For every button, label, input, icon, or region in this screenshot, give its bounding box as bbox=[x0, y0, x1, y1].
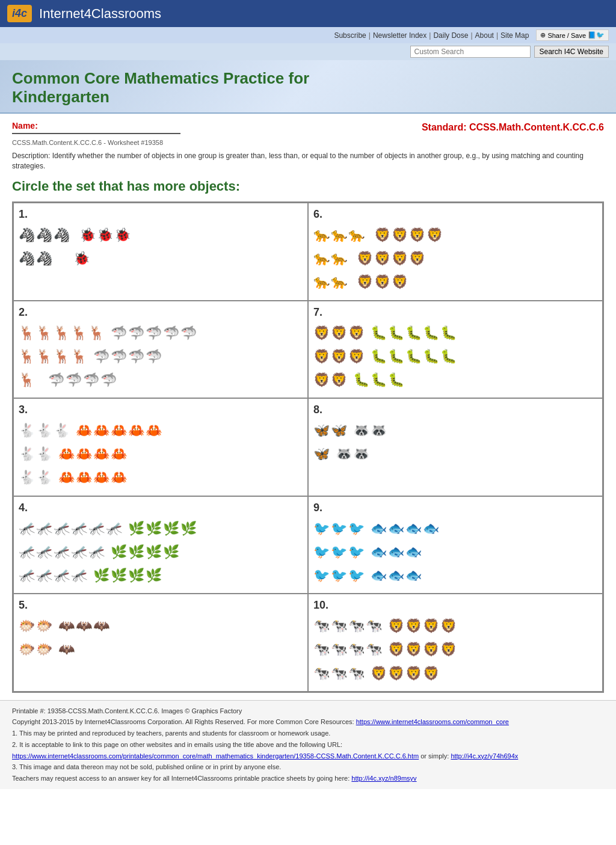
search-input[interactable] bbox=[410, 46, 531, 58]
problem-5-content: 🐡🐡 🦇🦇🦇 🐡🐡 🦇 bbox=[19, 615, 303, 660]
problem-4-row1: 🦟🦟🦟🦟🦟🦟 🌿🌿🌿🌿 bbox=[19, 518, 303, 539]
problem-6-number: 6. bbox=[313, 208, 597, 221]
problem-4-content: 🦟🦟🦟🦟🦟🦟 🌿🌿🌿🌿 🦟🦟🦟🦟🦟 🌿🌿🌿🌿 🦟🦟🦟🦟 🌿� bbox=[19, 518, 303, 586]
worksheet-meta: Name: CCSS.Math.Content.K.CC.C.6 - Works… bbox=[12, 121, 604, 146]
footer-printable: Printable #: 19358-CCSS.Math.Content.K.C… bbox=[12, 705, 604, 717]
problem-1-number: 1. bbox=[19, 208, 303, 221]
problem-8: 8. 🦋🦋 🦝🦝 🦋 🦝🦝 bbox=[308, 398, 603, 496]
problem-2-content: 🦌🦌🦌🦌🦌 🦈🦈🦈🦈🦈 🦌🦌🦌🦌 🦈🦈🦈🦈 🦌 🦈🦈🦈🦈 bbox=[19, 322, 303, 391]
problem-5: 5. 🐡🐡 🦇🦇🦇 🐡🐡 🦇 bbox=[13, 594, 308, 692]
name-label: Name: bbox=[12, 121, 38, 131]
grid-row-1: 1. 🦓🦓🦓 🐞🐞🐞 🦓🦓 🐞 6. bbox=[13, 203, 603, 301]
problem-10-row1: 🐄🐄🐄🐄 🦁🦁🦁🦁 bbox=[313, 615, 597, 636]
instruction-text: Circle the set that has more objects: bbox=[12, 179, 604, 194]
problem-3-row3: 🐇🐇 🦀🦀🦀🦀 bbox=[19, 467, 303, 488]
problem-9-content: 🐦🐦🐦 🐟🐟🐟🐟 🐦🐦🐦 🐟🐟🐟 🐦🐦🐦 🐟🐟🐟 bbox=[313, 518, 597, 586]
footer-note2: 2. It is acceptable to link to this page… bbox=[12, 739, 604, 751]
problem-3-content: 🐇🐇🐇 🦀🦀🦀🦀🦀 🐇🐇 🦀🦀🦀🦀 🐇🐇 🦀🦀🦀🦀 bbox=[19, 420, 303, 488]
footer-note3: 3. This image and data thereon may not b… bbox=[12, 761, 604, 773]
search-button[interactable]: Search I4C Website bbox=[534, 46, 609, 58]
problem-2-number: 2. bbox=[19, 306, 303, 319]
problem-2-row3: 🦌 🦈🦈🦈🦈 bbox=[19, 369, 303, 390]
problem-6-row2: 🐆🐆 🦁🦁🦁🦁 bbox=[313, 248, 597, 269]
share-label: Share / Save bbox=[547, 32, 586, 39]
problem-7-row3: 🦁🦁 🐛🐛🐛 bbox=[313, 369, 597, 390]
problem-6-row3: 🐆🐆 🦁🦁🦁 bbox=[313, 271, 597, 292]
problem-1: 1. 🦓🦓🦓 🐞🐞🐞 🦓🦓 🐞 bbox=[13, 203, 308, 301]
problem-6: 6. 🐆🐆🐆 🦁🦁🦁🦁 🐆🐆 🦁🦁🦁🦁 🐆🐆 bbox=[308, 203, 603, 301]
nav-about[interactable]: About bbox=[475, 31, 494, 40]
problem-7-content: 🦁🦁🦁 🐛🐛🐛🐛🐛 🦁🦁🦁 🐛🐛🐛🐛🐛 🦁🦁 🐛🐛🐛 bbox=[313, 322, 597, 391]
problem-8-row2: 🦋 🦝🦝 bbox=[313, 443, 597, 464]
logo-box: i4c bbox=[7, 5, 32, 22]
problem-7-row2: 🦁🦁🦁 🐛🐛🐛🐛🐛 bbox=[313, 346, 597, 367]
footer: Printable #: 19358-CCSS.Math.Content.K.C… bbox=[0, 700, 616, 789]
problem-3: 3. 🐇🐇🐇 🦀🦀🦀🦀🦀 🐇🐇 🦀🦀🦀🦀 🐇🐇 bbox=[13, 398, 308, 496]
grid-row-5: 5. 🐡🐡 🦇🦇🦇 🐡🐡 🦇 10. bbox=[13, 594, 603, 692]
share-icon: ⊕ bbox=[540, 31, 546, 39]
search-bar: Search I4C Website bbox=[0, 43, 616, 60]
problem-6-content: 🐆🐆🐆 🦁🦁🦁🦁 🐆🐆 🦁🦁🦁🦁 🐆🐆 🦁🦁🦁 bbox=[313, 224, 597, 293]
description-text: Description: Identify whether the number… bbox=[12, 151, 604, 171]
grid-row-2: 2. 🦌🦌🦌🦌🦌 🦈🦈🦈🦈🦈 🦌🦌🦌🦌 🦈🦈🦈🦈 🦌 bbox=[13, 301, 603, 399]
banner-title: Common Core Mathematics Practice for Kin… bbox=[12, 69, 604, 106]
grid-row-4: 4. 🦟🦟🦟🦟🦟🦟 🌿🌿🌿🌿 🦟🦟🦟🦟🦟 🌿🌿🌿🌿 🦟� bbox=[13, 496, 603, 594]
problem-5-row2: 🐡🐡 🦇 bbox=[19, 639, 303, 660]
problem-2: 2. 🦌🦌🦌🦌🦌 🦈🦈🦈🦈🦈 🦌🦌🦌🦌 🦈🦈🦈🦈 🦌 bbox=[13, 301, 308, 399]
problem-3-row1: 🐇🐇🐇 🦀🦀🦀🦀🦀 bbox=[19, 420, 303, 441]
grid-row-3: 3. 🐇🐇🐇 🦀🦀🦀🦀🦀 🐇🐇 🦀🦀🦀🦀 🐇🐇 bbox=[13, 398, 603, 496]
page-banner: Common Core Mathematics Practice for Kin… bbox=[0, 60, 616, 114]
footer-answer-key-link[interactable]: http://i4c.xyz/n89msyv bbox=[351, 775, 416, 782]
nav-newsletter-index[interactable]: Newsletter Index bbox=[373, 31, 427, 40]
footer-copyright: Copyright 2013-2015 by Internet4Classroo… bbox=[12, 716, 604, 728]
nav-site-map[interactable]: Site Map bbox=[500, 31, 529, 40]
standard-label: Standard: CCSS.Math.Content.K.CC.C.6 bbox=[422, 122, 604, 133]
nav-bar: Subscribe | Newsletter Index | Daily Dos… bbox=[0, 27, 616, 43]
problem-9-row2: 🐦🐦🐦 🐟🐟🐟 bbox=[313, 541, 597, 562]
worksheet-id: CCSS.Math.Content.K.CC.C.6 - Worksheet #… bbox=[12, 139, 604, 146]
problem-6-row1: 🐆🐆🐆 🦁🦁🦁🦁 bbox=[313, 224, 597, 245]
problem-9-row1: 🐦🐦🐦 🐟🐟🐟🐟 bbox=[313, 518, 597, 539]
share-save-button[interactable]: ⊕ Share / Save 📘🐦 bbox=[536, 29, 609, 41]
footer-url2[interactable]: http://i4c.xyz/y74h694x bbox=[451, 752, 518, 760]
problem-10-row2: 🐄🐄🐄🐄 🦁🦁🦁🦁 bbox=[313, 639, 597, 660]
problem-9-row3: 🐦🐦🐦 🐟🐟🐟 bbox=[313, 565, 597, 586]
problem-8-number: 8. bbox=[313, 404, 597, 416]
problem-9: 9. 🐦🐦🐦 🐟🐟🐟🐟 🐦🐦🐦 🐟🐟🐟 🐦🐦🐦 bbox=[308, 496, 603, 594]
problem-1-row2: 🦓🦓 🐞 bbox=[19, 248, 303, 269]
footer-note4: Teachers may request access to an answer… bbox=[12, 773, 604, 784]
problem-2-row2: 🦌🦌🦌🦌 🦈🦈🦈🦈 bbox=[19, 346, 303, 367]
problem-7: 7. 🦁🦁🦁 🐛🐛🐛🐛🐛 🦁🦁🦁 🐛🐛🐛🐛🐛 🦁🦁 bbox=[308, 301, 603, 399]
problem-10: 10. 🐄🐄🐄🐄 🦁🦁🦁🦁 🐄🐄🐄🐄 🦁🦁🦁🦁 🐄🐄🐄 bbox=[308, 594, 603, 692]
problem-10-number: 10. bbox=[313, 599, 597, 612]
worksheet-grid: 1. 🦓🦓🦓 🐞🐞🐞 🦓🦓 🐞 6. bbox=[12, 201, 604, 693]
banner-title-line2: Kindergarten bbox=[12, 88, 109, 106]
problem-4-row3: 🦟🦟🦟🦟 🌿🌿🌿🌿 bbox=[19, 565, 303, 586]
content-area: Name: CCSS.Math.Content.K.CC.C.6 - Works… bbox=[0, 114, 616, 699]
nav-subscribe[interactable]: Subscribe bbox=[334, 31, 366, 40]
problem-4-number: 4. bbox=[19, 502, 303, 514]
footer-note1: 1. This may be printed and reproduced by… bbox=[12, 728, 604, 739]
logo-text: i4c bbox=[12, 7, 27, 19]
footer-urls: https://www.internet4classrooms.com/prin… bbox=[12, 751, 604, 762]
share-social-icons: 📘🐦 bbox=[588, 31, 605, 39]
problem-10-content: 🐄🐄🐄🐄 🦁🦁🦁🦁 🐄🐄🐄🐄 🦁🦁🦁🦁 🐄🐄🐄 🦁🦁🦁🦁 bbox=[313, 615, 597, 684]
problem-7-row1: 🦁🦁🦁 🐛🐛🐛🐛🐛 bbox=[313, 322, 597, 343]
problem-3-number: 3. bbox=[19, 404, 303, 416]
nav-daily-dose[interactable]: Daily Dose bbox=[433, 31, 468, 40]
problem-5-row1: 🐡🐡 🦇🦇🦇 bbox=[19, 615, 303, 636]
footer-url1[interactable]: https://www.internet4classrooms.com/prin… bbox=[12, 752, 419, 760]
problem-5-number: 5. bbox=[19, 599, 303, 612]
problem-3-row2: 🐇🐇 🦀🦀🦀🦀 bbox=[19, 443, 303, 464]
problem-8-content: 🦋🦋 🦝🦝 🦋 🦝🦝 bbox=[313, 420, 597, 464]
site-title: Internet4Classrooms bbox=[39, 6, 161, 22]
problem-9-number: 9. bbox=[313, 502, 597, 514]
problem-2-row1: 🦌🦌🦌🦌🦌 🦈🦈🦈🦈🦈 bbox=[19, 322, 303, 343]
problem-4: 4. 🦟🦟🦟🦟🦟🦟 🌿🌿🌿🌿 🦟🦟🦟🦟🦟 🌿🌿🌿🌿 🦟� bbox=[13, 496, 308, 594]
problem-4-row2: 🦟🦟🦟🦟🦟 🌿🌿🌿🌿 bbox=[19, 541, 303, 562]
footer-common-core-link[interactable]: https://www.internet4classrooms.com/comm… bbox=[356, 718, 509, 725]
nav-links: Subscribe | Newsletter Index | Daily Dos… bbox=[334, 31, 529, 40]
banner-title-line1: Common Core Mathematics Practice for bbox=[12, 69, 309, 87]
problem-7-number: 7. bbox=[313, 306, 597, 319]
problem-1-row1: 🦓🦓🦓 🐞🐞🐞 bbox=[19, 224, 303, 245]
